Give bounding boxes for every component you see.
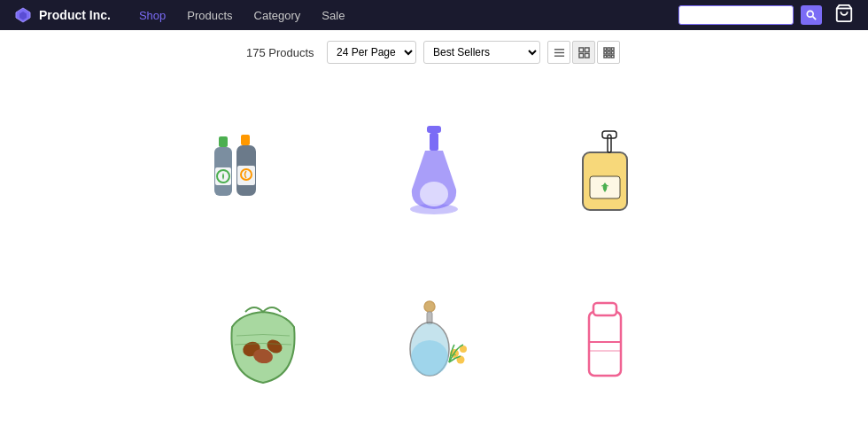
view-grid2-button[interactable] <box>572 41 595 64</box>
product-grid <box>0 74 868 429</box>
nav-links: Shop Products Category Sale <box>139 9 345 22</box>
svg-rect-48 <box>593 303 616 315</box>
svg-rect-29 <box>427 126 441 133</box>
svg-rect-9 <box>585 47 589 51</box>
svg-rect-30 <box>430 133 438 151</box>
svg-rect-19 <box>608 55 610 58</box>
svg-rect-11 <box>585 53 589 58</box>
view-grid3-button[interactable] <box>597 41 620 64</box>
nav-category[interactable]: Category <box>254 9 301 22</box>
svg-rect-15 <box>603 51 606 54</box>
logo-text: Product Inc. <box>39 8 111 22</box>
product-count: 175 Products <box>246 46 316 59</box>
product-4[interactable] <box>177 252 348 420</box>
nav-shop[interactable]: Shop <box>139 9 166 22</box>
search-input[interactable] <box>678 5 794 25</box>
cart-icon[interactable] <box>834 4 854 27</box>
svg-point-40 <box>424 301 435 312</box>
svg-rect-21 <box>219 136 228 147</box>
per-page-select[interactable]: 24 Per Page 48 Per Page 96 Per Page <box>327 41 416 64</box>
view-toggle <box>547 41 620 64</box>
nav-right <box>678 4 854 27</box>
product-6[interactable] <box>520 252 691 420</box>
product-2[interactable] <box>348 83 519 252</box>
navbar: Product Inc. Shop Products Category Sale <box>0 0 868 30</box>
svg-rect-12 <box>603 47 606 50</box>
product-3[interactable] <box>520 83 691 252</box>
nav-products[interactable]: Products <box>187 9 232 22</box>
search-button[interactable] <box>801 5 822 25</box>
svg-rect-33 <box>608 135 611 152</box>
svg-rect-10 <box>578 53 583 58</box>
toolbar: 175 Products 24 Per Page 48 Per Page 96 … <box>0 30 868 74</box>
logo-icon <box>14 6 32 24</box>
search-icon <box>806 10 817 20</box>
svg-rect-17 <box>611 51 614 54</box>
svg-rect-13 <box>608 47 610 50</box>
logo[interactable]: Product Inc. <box>14 6 111 24</box>
svg-rect-8 <box>578 47 583 51</box>
svg-line-3 <box>813 17 816 19</box>
svg-rect-18 <box>603 55 606 58</box>
toolbar-right: 24 Per Page 48 Per Page 96 Per Page Best… <box>327 41 620 64</box>
svg-point-2 <box>807 11 813 17</box>
svg-rect-14 <box>611 47 614 50</box>
nav-sale[interactable]: Sale <box>322 9 345 22</box>
svg-point-43 <box>411 340 448 376</box>
svg-rect-20 <box>611 55 614 58</box>
sort-select[interactable]: Best Sellers Price: Low to High Price: H… <box>423 41 540 64</box>
svg-rect-47 <box>589 312 621 376</box>
svg-point-32 <box>420 182 448 206</box>
product-5[interactable] <box>348 252 519 420</box>
view-list-button[interactable] <box>547 41 570 64</box>
svg-rect-25 <box>241 135 250 145</box>
product-1[interactable] <box>177 83 348 252</box>
svg-rect-16 <box>608 51 610 54</box>
